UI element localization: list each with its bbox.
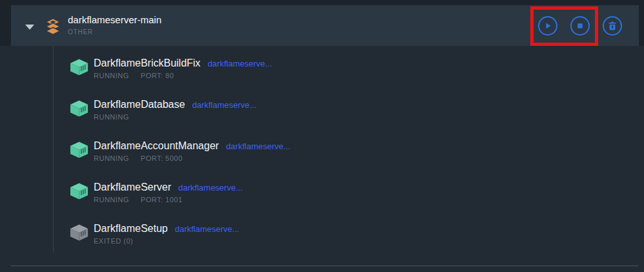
container-text: DarkflameAccountManager darkflameserve..… — [94, 140, 291, 162]
container-box-icon — [69, 58, 89, 76]
container-box-icon — [69, 182, 89, 200]
container-name: DarkflameServer — [94, 181, 171, 193]
trash-icon — [607, 21, 618, 31]
container-name: DarkflameSetup — [94, 222, 168, 235]
stack-layers-icon — [45, 17, 61, 35]
container-image-link[interactable]: darkflameserve... — [175, 224, 240, 234]
container-image-link[interactable]: darkflameserve... — [207, 59, 272, 68]
play-icon — [543, 21, 553, 31]
stop-icon — [575, 21, 585, 31]
stack-title: darkflameserver-main — [68, 14, 161, 26]
stack-details-panel: darkflameserver-main OTHER — [0, 0, 644, 272]
container-box-icon — [69, 99, 89, 118]
container-port: PORT: 1001 — [141, 196, 183, 204]
container-row: DarkflameBrickBuildFix darkflameserve...… — [69, 57, 272, 79]
container-row: DarkflameDatabase darkflameserve... RUNN… — [69, 98, 256, 121]
container-row: DarkflameSetup darkflameserve... EXITED … — [69, 222, 239, 245]
container-status: RUNNING — [94, 154, 129, 162]
container-name: DarkflameDatabase — [94, 98, 185, 110]
delete-stack-button[interactable] — [603, 16, 622, 36]
container-status: RUNNING — [94, 72, 129, 79]
container-status: RUNNING — [94, 113, 129, 121]
container-image-link[interactable]: darkflameserve... — [226, 141, 291, 151]
container-port: PORT: 5000 — [141, 154, 183, 162]
container-image-link[interactable]: darkflameserve... — [178, 183, 243, 193]
container-box-icon — [69, 141, 89, 159]
container-box-icon — [69, 224, 89, 242]
container-name: DarkflameAccountManager — [94, 140, 219, 152]
container-row: DarkflameServer darkflameserve... RUNNIN… — [69, 181, 243, 204]
stop-stack-button[interactable] — [570, 16, 590, 36]
container-name: DarkflameBrickBuildFix — [94, 57, 200, 69]
stack-type-label: OTHER — [68, 28, 161, 36]
container-image-link[interactable]: darkflameserve... — [192, 100, 256, 110]
tree-guide-line — [53, 46, 54, 253]
bottom-divider — [11, 266, 638, 266]
container-status: RUNNING — [94, 196, 129, 204]
container-text: DarkflameSetup darkflameserve... EXITED … — [94, 222, 239, 245]
start-stack-button[interactable] — [538, 16, 557, 36]
container-row: DarkflameAccountManager darkflameserve..… — [69, 140, 291, 162]
container-port: PORT: 80 — [141, 72, 174, 79]
stack-header-row[interactable]: darkflameserver-main OTHER — [11, 5, 639, 46]
container-text: DarkflameDatabase darkflameserve... RUNN… — [94, 98, 256, 121]
collapse-caret-icon[interactable] — [25, 25, 34, 30]
container-text: DarkflameBrickBuildFix darkflameserve...… — [94, 57, 272, 79]
stack-titles: darkflameserver-main OTHER — [68, 14, 161, 36]
container-text: DarkflameServer darkflameserve... RUNNIN… — [94, 181, 243, 204]
container-status: EXITED (0) — [94, 237, 133, 245]
